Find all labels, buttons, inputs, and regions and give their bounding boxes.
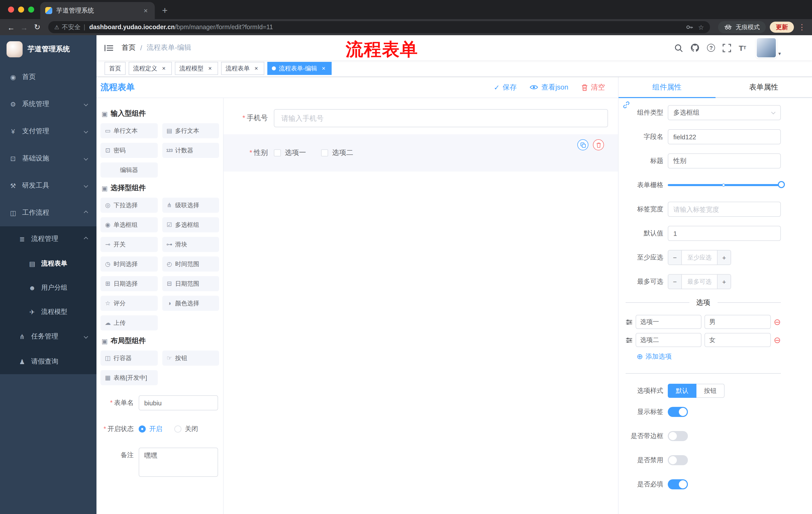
add-option-button[interactable]: ⊕ 添加选项 [637, 352, 781, 361]
component-single-line-text[interactable]: ▭单行文本 [100, 123, 157, 138]
component-switch[interactable]: ⊸开关 [100, 237, 157, 252]
sidebar-item-dev-tools[interactable]: ⚒ 研发工具 [0, 172, 96, 199]
plus-button[interactable]: + [717, 275, 731, 289]
component-date-range[interactable]: ⊟日期范围 [162, 276, 219, 291]
component-type-select[interactable]: 多选框组 [668, 105, 781, 120]
sidebar-item-process-management[interactable]: ≣ 流程管理 [0, 226, 96, 251]
phone-input[interactable] [274, 109, 608, 127]
view-json-button[interactable]: 查看json [530, 83, 568, 92]
font-size-icon[interactable]: TT [739, 44, 746, 52]
minus-button[interactable]: − [668, 250, 682, 265]
new-tab-button[interactable]: + [158, 3, 172, 18]
sidebar-item-workflow[interactable]: ◫ 工作流程 [0, 199, 96, 226]
sidebar-item-process-model[interactable]: ✈ 流程模型 [0, 300, 96, 324]
tag-process-model[interactable]: 流程模型 × [175, 62, 218, 75]
breadcrumb-home[interactable]: 首页 [122, 43, 136, 52]
fullscreen-icon[interactable] [723, 44, 731, 52]
tag-process-definition[interactable]: 流程定义 × [128, 62, 172, 75]
title-input[interactable] [668, 154, 781, 168]
help-icon[interactable]: ? [707, 44, 715, 52]
component-time-picker[interactable]: ◷时间选择 [100, 256, 157, 272]
component-slider[interactable]: ⊶滑块 [162, 237, 219, 252]
password-key-icon[interactable] [686, 24, 693, 31]
drag-handle-icon[interactable] [626, 319, 633, 325]
tag-process-form-edit[interactable]: 流程表单-编辑 × [267, 62, 331, 75]
sidebar-item-home[interactable]: ◉ 首页 [0, 63, 96, 90]
canvas-field-phone[interactable]: 手机号 [224, 106, 618, 130]
close-icon[interactable]: × [320, 65, 327, 72]
sidebar-item-system[interactable]: ⚙ 系统管理 [0, 90, 96, 118]
sidebar-item-task-management[interactable]: ⋔ 任务管理 [0, 324, 96, 349]
close-window-button[interactable] [8, 6, 14, 12]
sidebar-item-user-group[interactable]: ☻ 用户分组 [0, 276, 96, 300]
component-color-picker[interactable]: ◑颜色选择 [162, 296, 219, 311]
component-editor[interactable]: 编辑器 [100, 162, 157, 178]
border-switch[interactable] [668, 431, 688, 441]
radio-closed[interactable]: 关闭 [174, 425, 198, 434]
default-value-input[interactable] [668, 226, 781, 241]
form-remark-textarea[interactable]: 嘿嘿 [139, 448, 218, 477]
copy-field-button[interactable] [577, 139, 588, 151]
form-name-input[interactable] [139, 395, 218, 410]
component-rate[interactable]: ☆评分 [100, 296, 157, 311]
clear-button[interactable]: 清空 [581, 83, 605, 92]
close-icon[interactable]: × [253, 65, 260, 72]
close-icon[interactable]: × [206, 65, 213, 72]
tab-form-props[interactable]: 表单属性 [715, 77, 812, 97]
browser-update-button[interactable]: 更新 [770, 22, 794, 33]
bookmark-star-icon[interactable]: ☆ [698, 23, 704, 31]
fullscreen-window-button[interactable] [28, 6, 34, 12]
component-cascader[interactable]: ⋔级联选择 [162, 198, 219, 213]
component-row-container[interactable]: ◫行容器 [100, 351, 157, 366]
browser-menu-icon[interactable]: ⋮ [797, 23, 807, 32]
min-select-input[interactable] [682, 250, 717, 265]
component-table[interactable]: ▦表格[开发中] [100, 370, 157, 385]
delete-field-button[interactable] [593, 139, 604, 151]
max-select-input[interactable] [682, 275, 717, 289]
plus-button[interactable]: + [717, 250, 731, 265]
component-checkbox-group[interactable]: ☑多选框组 [162, 217, 219, 232]
component-upload[interactable]: ☁上传 [100, 315, 157, 330]
component-date-picker[interactable]: ⊞日期选择 [100, 276, 157, 291]
doc-link-icon[interactable] [622, 101, 630, 109]
tag-home[interactable]: 首页 [105, 62, 126, 75]
required-switch[interactable] [668, 479, 688, 489]
reload-icon[interactable]: ↻ [31, 21, 43, 33]
sidebar-logo[interactable]: 芋道管理系统 [0, 35, 96, 63]
tab-component-props[interactable]: 组件属性 [618, 77, 715, 97]
tag-process-form[interactable]: 流程表单 × [221, 62, 264, 75]
component-time-range[interactable]: ◴时间范围 [162, 256, 219, 272]
component-multi-line-text[interactable]: ▤多行文本 [162, 123, 219, 138]
user-avatar[interactable]: ▾ [757, 38, 781, 57]
sidebar-item-process-form[interactable]: ▤ 流程表单 [0, 251, 96, 276]
component-dropdown[interactable]: ◎下拉选择 [100, 198, 157, 213]
radio-open[interactable]: 开启 [139, 425, 162, 434]
component-button[interactable]: ☞按钮 [162, 351, 219, 366]
option-value-input[interactable] [705, 315, 771, 329]
option-value-input[interactable] [705, 333, 771, 347]
component-counter[interactable]: 123计数器 [162, 143, 219, 158]
close-icon[interactable]: × [160, 65, 167, 72]
show-label-switch[interactable] [668, 407, 688, 417]
search-icon[interactable] [674, 44, 683, 52]
browser-tab[interactable]: 芋道管理系统 × [40, 2, 155, 19]
grid-slider[interactable] [668, 178, 781, 193]
canvas-field-gender-selected[interactable]: 性别 选项一 选项二 [224, 134, 618, 171]
option-style-button[interactable]: 按钮 [696, 384, 725, 398]
option-label-input[interactable] [636, 315, 702, 329]
disabled-switch[interactable] [668, 455, 688, 465]
forward-icon[interactable]: → [18, 21, 30, 33]
github-icon[interactable] [691, 43, 700, 52]
slider-handle[interactable] [778, 181, 785, 188]
option-style-default[interactable]: 默认 [668, 384, 696, 398]
form-canvas[interactable]: 手机号 [224, 98, 618, 514]
address-bar[interactable]: ⚠ 不安全 | dashboard.yudao.iocoder.cn /bpm/… [48, 21, 710, 33]
sidebar-item-leave-query[interactable]: ♟ 请假查询 [0, 349, 96, 374]
checkbox-option-one[interactable]: 选项一 [274, 148, 306, 157]
drag-handle-icon[interactable] [626, 337, 633, 343]
minimize-window-button[interactable] [18, 6, 24, 12]
tab-close-icon[interactable]: × [142, 6, 150, 15]
remove-option-icon[interactable]: ⊖ [774, 336, 781, 344]
hamburger-icon[interactable] [105, 44, 114, 52]
option-label-input[interactable] [636, 333, 702, 347]
